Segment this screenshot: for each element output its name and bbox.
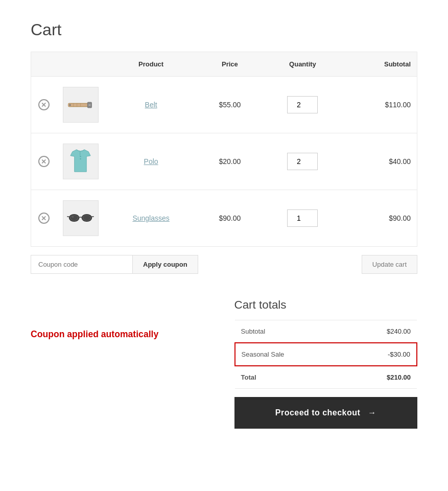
quantity-cell-sunglasses bbox=[262, 190, 343, 247]
coupon-message-area: Coupon applied automatically bbox=[31, 298, 214, 429]
price-cell-sunglasses: $90.00 bbox=[198, 190, 262, 247]
col-header-price: Price bbox=[198, 52, 262, 77]
product-image-sunglasses bbox=[63, 200, 99, 236]
remove-cell: ✕ bbox=[31, 77, 57, 133]
seasonal-sale-row: Seasonal Sale -$30.00 bbox=[235, 343, 417, 366]
remove-button-polo[interactable]: ✕ bbox=[38, 156, 50, 167]
bottom-section: Coupon applied automatically Cart totals… bbox=[31, 298, 417, 429]
quantity-input-sunglasses[interactable] bbox=[287, 209, 318, 227]
svg-rect-1 bbox=[68, 104, 89, 106]
svg-point-18 bbox=[72, 216, 74, 218]
product-image-polo bbox=[63, 144, 99, 179]
table-row: ✕ Sunglasses $90.00 $90 bbox=[31, 190, 417, 247]
checkout-button[interactable]: Proceed to checkout → bbox=[234, 397, 418, 429]
product-image-cell-sunglasses bbox=[57, 190, 105, 247]
product-name-cell-belt: Belt bbox=[105, 77, 198, 133]
product-image-cell-belt bbox=[57, 77, 105, 133]
subtotal-cell-belt: $110.00 bbox=[343, 77, 417, 133]
quantity-input-polo[interactable] bbox=[287, 153, 318, 170]
product-name-cell-sunglasses: Sunglasses bbox=[105, 190, 198, 247]
subtotal-cell-polo: $40.00 bbox=[343, 133, 417, 190]
svg-point-17 bbox=[83, 215, 90, 220]
col-header-product: Product bbox=[105, 52, 198, 77]
svg-point-7 bbox=[69, 104, 71, 106]
col-header-remove bbox=[31, 52, 57, 77]
remove-button-sunglasses[interactable]: ✕ bbox=[38, 213, 50, 224]
remove-cell: ✕ bbox=[31, 190, 57, 247]
remove-icon-belt: ✕ bbox=[38, 99, 50, 110]
table-row: ✕ Belt $55.00 $110.00 bbox=[31, 77, 417, 133]
table-row: ✕ Polo $20.00 $40.00 bbox=[31, 133, 417, 190]
cart-totals-title: Cart totals bbox=[234, 298, 418, 312]
total-row: Total $210.00 bbox=[235, 366, 417, 389]
product-name-cell-polo: Polo bbox=[105, 133, 198, 190]
svg-rect-3 bbox=[88, 104, 90, 106]
product-link-polo[interactable]: Polo bbox=[144, 157, 158, 166]
product-image-cell-polo bbox=[57, 133, 105, 190]
cart-totals: Cart totals Subtotal $240.00 Seasonal Sa… bbox=[234, 298, 418, 429]
remove-icon-polo: ✕ bbox=[38, 156, 50, 167]
quantity-cell-belt bbox=[262, 77, 343, 133]
remove-icon-sunglasses: ✕ bbox=[38, 213, 50, 224]
coupon-left: Apply coupon bbox=[31, 255, 198, 274]
coupon-input[interactable] bbox=[31, 255, 133, 274]
total-value: $210.00 bbox=[345, 366, 417, 389]
remove-cell: ✕ bbox=[31, 133, 57, 190]
col-header-quantity: Quantity bbox=[262, 52, 343, 77]
svg-point-16 bbox=[70, 215, 78, 220]
quantity-cell-polo bbox=[262, 133, 343, 190]
subtotal-value: $240.00 bbox=[345, 320, 417, 343]
discount-label: Seasonal Sale bbox=[235, 343, 345, 366]
product-image-belt bbox=[63, 87, 99, 123]
cart-table: Product Price Quantity Subtotal ✕ bbox=[31, 52, 417, 247]
totals-table: Subtotal $240.00 Seasonal Sale -$30.00 T… bbox=[234, 320, 418, 389]
product-link-belt[interactable]: Belt bbox=[145, 101, 157, 109]
quantity-input-belt[interactable] bbox=[287, 96, 318, 113]
subtotal-cell-sunglasses: $90.00 bbox=[343, 190, 417, 247]
product-link-sunglasses[interactable]: Sunglasses bbox=[132, 214, 169, 222]
coupon-section: Apply coupon Update cart bbox=[31, 255, 417, 274]
apply-coupon-button[interactable]: Apply coupon bbox=[133, 255, 198, 274]
discount-value: -$30.00 bbox=[345, 343, 417, 366]
page-title: Cart bbox=[31, 20, 417, 39]
price-cell-polo: $20.00 bbox=[198, 133, 262, 190]
checkout-label: Proceed to checkout bbox=[275, 408, 361, 417]
price-cell-belt: $55.00 bbox=[198, 77, 262, 133]
total-label: Total bbox=[235, 366, 345, 389]
remove-button-belt[interactable]: ✕ bbox=[38, 99, 50, 110]
col-header-subtotal: Subtotal bbox=[343, 52, 417, 77]
coupon-applied-message: Coupon applied automatically bbox=[31, 329, 158, 340]
subtotal-label: Subtotal bbox=[235, 320, 345, 343]
checkout-arrow-icon: → bbox=[368, 408, 376, 417]
svg-point-9 bbox=[80, 156, 81, 157]
update-cart-button[interactable]: Update cart bbox=[362, 255, 417, 274]
col-header-image bbox=[57, 52, 105, 77]
subtotal-row: Subtotal $240.00 bbox=[235, 320, 417, 343]
svg-point-10 bbox=[80, 158, 81, 159]
